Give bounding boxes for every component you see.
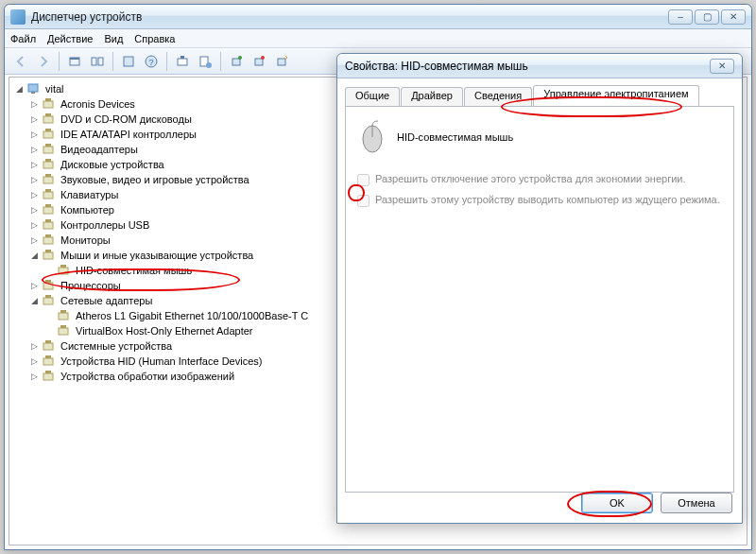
tree-item-label: Звуковые, видео и игровые устройства: [60, 172, 249, 187]
svg-point-10: [206, 62, 212, 68]
dialog-title: Свойства: HID-совместимая мышь: [345, 60, 710, 73]
menu-file[interactable]: Файл: [10, 33, 36, 44]
svg-text:?: ?: [148, 58, 153, 67]
window-title: Диспетчер устройств: [31, 10, 668, 24]
category-icon: [42, 354, 57, 369]
tree-item-label: Мониторы: [60, 233, 111, 248]
tree-child-label: VirtualBox Host-Only Ethernet Adapter: [76, 323, 253, 338]
tree-item-label: Компьютер: [60, 202, 114, 217]
titlebar[interactable]: Диспетчер устройств – ▢ ✕: [5, 5, 751, 29]
tree-item-label: Устройства обработки изображений: [60, 369, 234, 384]
tree-item-label: Процессоры: [60, 278, 121, 293]
properties-dialog: Свойства: HID-совместимая мышь ✕ Общие Д…: [336, 53, 743, 524]
category-icon: [42, 369, 57, 384]
cancel-button[interactable]: Отмена: [661, 493, 732, 513]
tab-details[interactable]: Сведения: [464, 87, 532, 106]
category-icon: [42, 293, 57, 308]
tree-item-label: Мыши и иные указывающие устройства: [60, 248, 253, 263]
option-allow-wake: Разрешить этому устройству выводить комп…: [357, 194, 722, 207]
svg-rect-54: [43, 373, 53, 380]
tree-item-label: Контроллеры USB: [60, 217, 149, 233]
svg-rect-18: [43, 101, 53, 108]
app-icon: [10, 9, 26, 25]
svg-rect-11: [232, 59, 240, 65]
tree-item-label: Клавиатуры: [60, 187, 118, 202]
tabstrip: Общие Драйвер Сведения Управление электр…: [345, 86, 734, 107]
category-icon: [42, 217, 57, 233]
category-icon: [42, 157, 57, 172]
svg-rect-15: [278, 59, 285, 65]
category-icon: [42, 112, 57, 127]
svg-rect-4: [124, 57, 133, 66]
toolbar-icon-2[interactable]: [87, 51, 108, 72]
category-icon: [42, 278, 57, 293]
update-driver-icon[interactable]: [271, 51, 292, 72]
tree-item-label: Acronis Devices: [60, 96, 135, 112]
svg-rect-30: [43, 192, 53, 199]
computer-icon: [26, 81, 42, 96]
svg-rect-44: [43, 298, 53, 304]
category-icon: [42, 172, 57, 187]
category-icon: [42, 202, 57, 217]
dialog-close-button[interactable]: ✕: [710, 59, 734, 74]
toolbar-icon-3[interactable]: [118, 51, 139, 72]
svg-rect-25: [45, 144, 51, 147]
tab-panel-power: HID-совместимая мышь Разрешить отключени…: [345, 107, 734, 493]
tree-child-label: HID-совместимая мышь: [76, 263, 192, 278]
svg-rect-2: [92, 58, 96, 65]
svg-rect-43: [45, 280, 51, 283]
tab-driver[interactable]: Драйвер: [401, 87, 463, 106]
scan-hardware-icon[interactable]: [226, 51, 247, 72]
category-icon: [42, 248, 57, 263]
label-allow-wake: Разрешить этому устройству выводить комп…: [375, 194, 720, 205]
svg-rect-35: [45, 219, 51, 222]
svg-rect-51: [45, 340, 51, 343]
category-icon: [42, 233, 57, 248]
svg-rect-3: [98, 58, 103, 65]
minimize-button[interactable]: –: [668, 9, 693, 25]
svg-rect-7: [178, 59, 187, 65]
category-icon: [42, 127, 57, 142]
tree-child-label: Atheros L1 Gigabit Ethernet 10/100/1000B…: [76, 308, 308, 323]
close-button[interactable]: ✕: [721, 9, 746, 25]
checkbox-allow-power-off: [357, 174, 369, 186]
svg-rect-36: [43, 237, 53, 244]
svg-rect-8: [180, 56, 184, 59]
ok-button[interactable]: OK: [581, 493, 653, 513]
tree-root-label: vital: [45, 81, 64, 96]
uninstall-icon[interactable]: [249, 51, 269, 72]
svg-rect-49: [60, 325, 66, 328]
back-button: [10, 51, 31, 72]
svg-rect-34: [43, 222, 53, 229]
svg-rect-55: [45, 371, 51, 373]
toolbar-icon-4[interactable]: [172, 51, 193, 72]
toolbar-icon-5[interactable]: [195, 51, 215, 72]
svg-rect-20: [43, 116, 53, 123]
tab-general[interactable]: Общие: [345, 87, 400, 106]
menu-help[interactable]: Справка: [134, 33, 175, 44]
dialog-titlebar[interactable]: Свойства: HID-совместимая мышь ✕: [337, 54, 742, 78]
svg-rect-1: [70, 58, 79, 60]
svg-rect-45: [45, 295, 51, 298]
option-allow-power-off: Разрешить отключение этого устройства дл…: [357, 173, 722, 186]
svg-rect-17: [31, 92, 35, 94]
svg-rect-13: [255, 59, 263, 65]
tab-power[interactable]: Управление электропитанием: [533, 85, 698, 106]
svg-rect-19: [45, 98, 51, 101]
svg-rect-39: [45, 250, 51, 252]
svg-rect-53: [45, 355, 51, 358]
svg-rect-40: [59, 268, 68, 274]
mouse-icon: [357, 120, 387, 154]
svg-rect-38: [43, 252, 53, 259]
menu-action[interactable]: Действие: [47, 33, 93, 44]
menu-view[interactable]: Вид: [104, 33, 123, 44]
category-icon: [42, 187, 57, 202]
svg-rect-31: [45, 189, 51, 192]
maximize-button[interactable]: ▢: [695, 9, 719, 25]
device-icon: [57, 263, 72, 278]
forward-button: [33, 51, 54, 72]
toolbar-icon-1[interactable]: [64, 51, 85, 72]
toolbar-help-icon[interactable]: ?: [141, 51, 162, 72]
svg-rect-46: [59, 313, 68, 320]
svg-rect-42: [43, 283, 53, 289]
